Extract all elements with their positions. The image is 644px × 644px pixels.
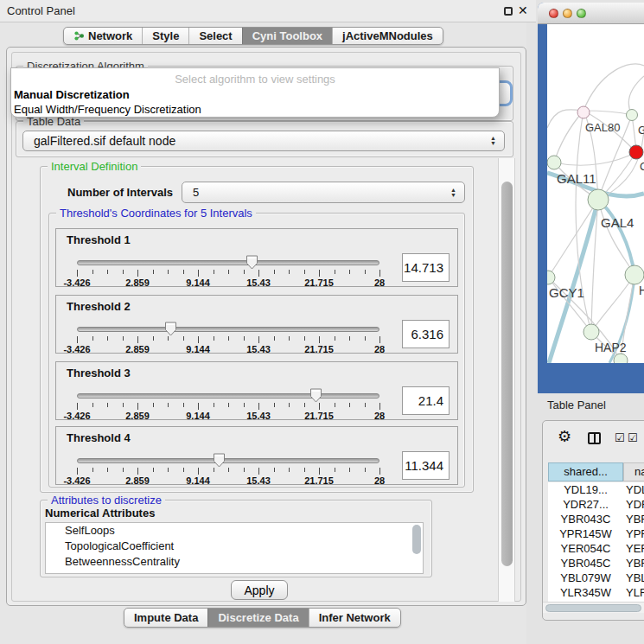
node-table[interactable]: YDL19...YDL1YDR27...YDR2YBR043CYBR0YPR14… (548, 482, 644, 603)
network-node-c[interactable] (629, 145, 643, 159)
tick-mark (304, 336, 305, 341)
zoom-traffic-light-icon[interactable] (577, 9, 586, 18)
network-node-h[interactable] (625, 265, 644, 284)
tick-mark (365, 336, 366, 341)
network-window-titlebar[interactable] (538, 3, 644, 24)
threshold-1-slider-track[interactable] (77, 260, 379, 265)
table-row[interactable]: YER054CYER0 (548, 541, 644, 556)
network-canvas[interactable]: GAL80GACGAL11GAL4GCY1HHAP2 (547, 24, 644, 363)
table-data-combo[interactable]: galFiltered.sif default node ▲▼ (22, 131, 505, 151)
tick-mark (77, 336, 78, 343)
threshold-label: Threshold 1 (67, 233, 131, 246)
tab-select[interactable]: Select (188, 28, 241, 44)
tick-mark (258, 270, 259, 277)
threshold-2-slider-thumb[interactable] (164, 322, 177, 336)
tick-mark (379, 403, 380, 410)
close-traffic-light-icon[interactable] (549, 9, 558, 18)
network-edge[interactable] (583, 64, 644, 111)
stepper-icon: ▲▼ (450, 188, 456, 198)
network-edge[interactable] (591, 275, 634, 332)
column-header-name[interactable]: na (623, 462, 644, 481)
tick-mark (183, 468, 184, 472)
tick-mark (168, 336, 169, 341)
checkbox-checked-icon[interactable]: ☑ (615, 431, 625, 444)
cell-name: YDL1 (623, 482, 644, 497)
tick-label: 21.715 (304, 411, 334, 421)
numerical-attributes-list[interactable]: SelfLoopsTopologicalCoefficientBetweenne… (45, 522, 424, 574)
cell-name: YBL0 (623, 571, 644, 585)
attributes-list-scrollbar-thumb[interactable] (412, 525, 421, 554)
attribute-selfloops[interactable]: SelfLoops (46, 523, 423, 539)
tick-mark (137, 270, 138, 277)
dropdown-option-equal-width-frequency-discretization[interactable]: Equal Width/Frequency Discretization (11, 102, 499, 117)
network-node-gal4[interactable] (588, 189, 609, 210)
tab-cyni-toolbox[interactable]: Cyni Toolbox (242, 28, 332, 44)
tab-style[interactable]: Style (142, 28, 188, 44)
horizontal-scrollbar-thumb[interactable] (545, 604, 641, 612)
tick-mark (228, 403, 229, 407)
attribute-betweennesscentrality[interactable]: BetweennessCentrality (46, 554, 423, 570)
tick-mark (289, 403, 290, 407)
tick-mark (258, 336, 259, 343)
close-icon[interactable]: ✕ (518, 3, 528, 17)
tab-impute-data[interactable]: Impute Data (124, 609, 207, 627)
tick-label: 28 (374, 475, 385, 486)
tab-jactivemnodules[interactable]: jActiveMNodules (332, 28, 443, 44)
attribute-topologicalcoefficient[interactable]: TopologicalCoefficient (46, 539, 423, 554)
threshold-2-slider-track[interactable] (77, 327, 379, 332)
threshold-3-slider-track[interactable] (77, 393, 379, 399)
network-node-ga[interactable] (627, 110, 638, 121)
table-row[interactable]: YBL079WYBL0 (548, 571, 644, 585)
table-row[interactable]: YDR27...YDR2 (548, 497, 644, 512)
split-columns-icon[interactable] (588, 432, 601, 444)
network-node-gal11[interactable] (547, 156, 561, 169)
network-icon (73, 30, 85, 41)
vertical-scrollbar-thumb[interactable] (501, 182, 513, 566)
apply-button[interactable]: Apply (231, 580, 288, 600)
table-row[interactable]: YDL19...YDL1 (548, 482, 644, 497)
column-header-shared-name[interactable]: shared... (548, 462, 623, 481)
tab-infer-network[interactable]: Infer Network (309, 609, 400, 627)
vertical-scrollbar[interactable] (498, 158, 515, 602)
tick-mark (274, 403, 275, 407)
network-node-gal80[interactable] (577, 106, 590, 118)
tick-label: 28 (374, 277, 385, 288)
tick-mark (168, 270, 169, 274)
threshold-label: Threshold 2 (67, 300, 131, 313)
checkbox-checked-icon[interactable]: ☑ (628, 431, 638, 444)
network-edge[interactable] (598, 200, 634, 275)
threshold-3-value-field[interactable]: 21.4 (402, 386, 450, 415)
network-node-label: HAP2 (595, 341, 627, 354)
network-edge[interactable] (554, 111, 583, 163)
tick-mark (123, 403, 124, 407)
gear-icon[interactable]: ⚙ (558, 427, 571, 445)
horizontal-scrollbar[interactable] (543, 602, 644, 613)
minimize-traffic-light-icon[interactable] (563, 9, 572, 18)
dropdown-option-manual-discretization[interactable]: Manual Discretization (11, 87, 499, 102)
tab-network[interactable]: Network (64, 28, 142, 44)
threshold-4-slider-track[interactable] (77, 458, 379, 463)
threshold-1-slider-thumb[interactable] (245, 255, 258, 270)
threshold-1-value-field[interactable]: 14.713 (402, 253, 450, 282)
threshold-2-value-field[interactable]: 6.316 (402, 320, 450, 348)
float-window-icon[interactable] (504, 7, 513, 16)
threshold-4-slider-thumb[interactable] (213, 453, 226, 468)
threshold-3-slider-thumb[interactable] (309, 388, 322, 403)
tick-mark (304, 270, 305, 274)
threshold-4-value-field[interactable]: 11.344 (402, 451, 450, 480)
network-node-partial[interactable] (614, 354, 628, 363)
tick-mark (153, 336, 154, 341)
network-node-hap2[interactable] (583, 324, 599, 340)
table-row[interactable]: YPR145WYPR1 (548, 526, 644, 541)
tab-discretize-data[interactable]: Discretize Data (207, 609, 308, 627)
table-row[interactable]: YBR043CYBR0 (548, 512, 644, 526)
network-edge[interactable] (598, 128, 644, 200)
network-node-label: C (640, 160, 644, 173)
table-row[interactable]: YBR045CYBR0 (548, 556, 644, 571)
table-row[interactable]: YLR345WYLR3 (548, 585, 644, 600)
network-edge-thick[interactable] (598, 200, 634, 275)
number-of-intervals-combo[interactable]: 5 ▲▼ (182, 182, 465, 203)
tick-mark (379, 468, 380, 475)
tick-mark (107, 270, 108, 274)
network-edge[interactable] (548, 200, 598, 277)
